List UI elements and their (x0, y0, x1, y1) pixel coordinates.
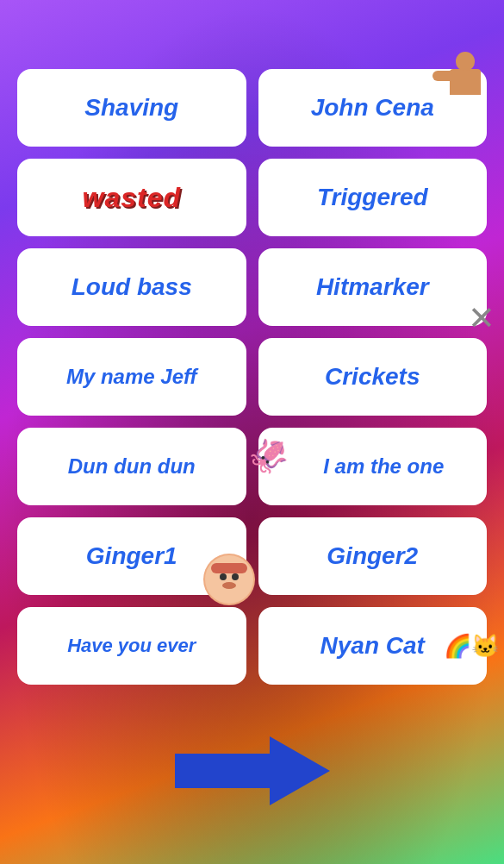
hitmarker-icon: ✕ (468, 302, 495, 335)
ginger1-label: Ginger1 (86, 542, 177, 570)
nyan-cat-label: Nyan Cat (320, 632, 425, 660)
svg-rect-4 (211, 563, 247, 573)
wasted-label: wasted (83, 182, 181, 214)
button-grid: Shaving John Cena wasted Triggered Loud … (0, 0, 504, 702)
nyan-cat-button[interactable]: Nyan Cat 🌈🐱 (258, 607, 488, 685)
nyan-cat-icon: 🌈🐱 (444, 633, 499, 660)
triggered-label: Triggered (317, 184, 428, 211)
jc-head (456, 52, 475, 71)
next-arrow[interactable] (175, 736, 330, 805)
ginger-face-icon (203, 554, 255, 605)
crickets-button[interactable]: Crickets (258, 338, 488, 416)
svg-point-0 (205, 555, 253, 604)
jc-arms (432, 71, 481, 81)
loud-bass-label: Loud bass (72, 273, 192, 301)
next-arrow-container (0, 728, 504, 814)
svg-marker-5 (175, 736, 330, 805)
john-cena-label: John Cena (311, 94, 434, 122)
ginger2-label: Ginger2 (327, 542, 418, 570)
shaving-button[interactable]: Shaving (17, 69, 246, 147)
crickets-label: Crickets (325, 363, 420, 391)
i-am-the-one-button[interactable]: 🦑 I am the one (258, 428, 488, 505)
jc-body (450, 69, 481, 95)
have-you-ever-button[interactable]: Have you ever (17, 607, 246, 685)
dun-dun-dun-label: Dun dun dun (68, 454, 196, 479)
my-name-jeff-label: My name Jeff (66, 365, 197, 389)
wasted-button[interactable]: wasted (17, 159, 246, 236)
ginger1-button[interactable]: Ginger1 (17, 517, 246, 595)
svg-point-3 (222, 582, 236, 589)
my-name-jeff-button[interactable]: My name Jeff (17, 338, 246, 416)
john-cena-button[interactable]: John Cena (258, 69, 488, 147)
shaving-label: Shaving (84, 94, 178, 122)
john-cena-icon (441, 52, 488, 112)
triggered-button[interactable]: Triggered (258, 159, 488, 236)
loud-bass-button[interactable]: Loud bass (17, 248, 246, 326)
hitmarker-label: Hitmarker (316, 273, 429, 301)
dun-dun-dun-button[interactable]: Dun dun dun (17, 428, 246, 505)
ginger2-button[interactable]: Ginger2 (258, 517, 488, 595)
svg-point-2 (232, 573, 239, 580)
hitmarker-button[interactable]: Hitmarker ✕ (258, 248, 488, 326)
have-you-ever-label: Have you ever (67, 635, 196, 656)
svg-point-1 (220, 573, 227, 580)
squidward-icon: 🦑 (246, 440, 291, 493)
i-am-the-one-label: I am the one (323, 454, 444, 479)
